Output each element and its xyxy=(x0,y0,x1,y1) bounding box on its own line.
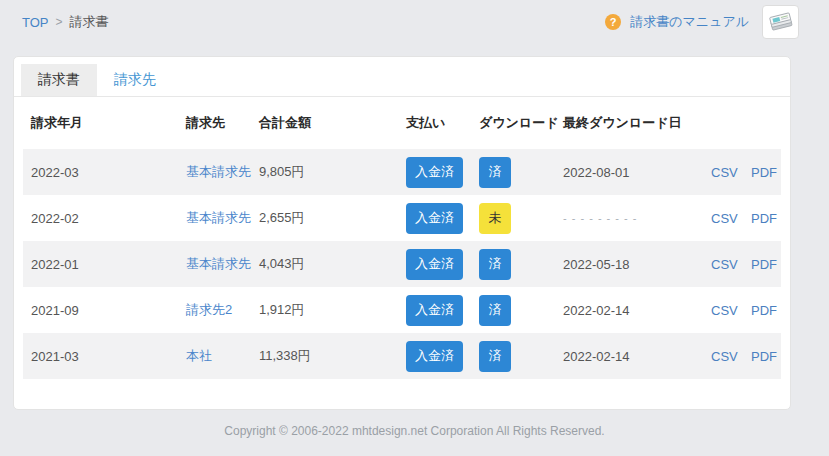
invoice-month: 2021-03 xyxy=(31,349,186,364)
header-last-download: 最終ダウンロード日 xyxy=(563,114,711,132)
breadcrumb-current: 請求書 xyxy=(70,13,109,31)
total-amount: 11,338円 xyxy=(259,347,406,365)
payment-status-button[interactable]: 入金済 xyxy=(406,249,463,280)
last-download-date: 2022-02-14 xyxy=(563,349,711,364)
topbar: TOP > 請求書 ? 請求書のマニュアル xyxy=(0,0,829,44)
csv-link[interactable]: CSV xyxy=(711,303,738,318)
manual-link[interactable]: 請求書のマニュアル xyxy=(630,13,749,31)
table-header-row: 請求年月 請求先 合計金額 支払い ダウンロード 最終ダウンロード日 xyxy=(23,97,781,149)
csv-link[interactable]: CSV xyxy=(711,211,738,226)
invoice-month: 2022-02 xyxy=(31,211,186,226)
download-badge: 済 xyxy=(479,249,511,280)
csv-link[interactable]: CSV xyxy=(711,165,738,180)
table-row: 2021-09 請求先2 1,912円 入金済 済 2022-02-14 CSV… xyxy=(23,287,781,333)
topbar-right: ? 請求書のマニュアル xyxy=(605,5,799,39)
payment-status-button[interactable]: 入金済 xyxy=(406,203,463,234)
tab-invoices[interactable]: 請求書 xyxy=(21,64,97,96)
pdf-link[interactable]: PDF xyxy=(751,303,777,318)
header-download: ダウンロード xyxy=(479,114,563,132)
download-badge: 済 xyxy=(479,295,511,326)
csv-link[interactable]: CSV xyxy=(711,349,738,364)
billing-to-link[interactable]: 本社 xyxy=(186,348,212,363)
invoice-month: 2022-01 xyxy=(31,257,186,272)
last-download-date: 2022-02-14 xyxy=(563,303,711,318)
table-row: 2022-02 基本請求先 2,655円 入金済 未 - - - - - - -… xyxy=(23,195,781,241)
invoice-month: 2021-09 xyxy=(31,303,186,318)
pdf-link[interactable]: PDF xyxy=(751,165,777,180)
billing-to-link[interactable]: 基本請求先 xyxy=(186,164,251,179)
download-badge: 済 xyxy=(479,341,511,372)
table-row: 2021-03 本社 11,338円 入金済 済 2022-02-14 CSV … xyxy=(23,333,781,379)
csv-link[interactable]: CSV xyxy=(711,257,738,272)
tab-billing-destinations[interactable]: 請求先 xyxy=(97,64,173,96)
payment-status-button[interactable]: 入金済 xyxy=(406,295,463,326)
breadcrumb: TOP > 請求書 xyxy=(22,13,109,31)
last-download-date: 2022-05-18 xyxy=(563,257,711,272)
invoice-month: 2022-03 xyxy=(31,165,186,180)
payment-status-button[interactable]: 入金済 xyxy=(406,341,463,372)
help-icon[interactable]: ? xyxy=(605,14,621,30)
payment-status-button[interactable]: 入金済 xyxy=(406,157,463,188)
header-month: 請求年月 xyxy=(31,114,186,132)
table-row: 2022-01 基本請求先 4,043円 入金済 済 2022-05-18 CS… xyxy=(23,241,781,287)
breadcrumb-separator: > xyxy=(56,15,63,29)
header-billing-to: 請求先 xyxy=(186,114,259,132)
copyright-notice: Copyright © 2006-2022 mhtdesign.net Corp… xyxy=(0,424,829,438)
manual-button[interactable] xyxy=(762,5,799,39)
header-total: 合計金額 xyxy=(259,114,406,132)
tab-bar: 請求書 請求先 xyxy=(14,57,790,97)
download-badge: 未 xyxy=(479,203,511,234)
billing-to-link[interactable]: 基本請求先 xyxy=(186,256,251,271)
header-payment: 支払い xyxy=(406,114,479,132)
pdf-link[interactable]: PDF xyxy=(751,211,777,226)
total-amount: 1,912円 xyxy=(259,301,406,319)
total-amount: 2,655円 xyxy=(259,209,406,227)
billing-to-link[interactable]: 請求先2 xyxy=(186,302,232,317)
table-row: 2022-03 基本請求先 9,805円 入金済 済 2022-08-01 CS… xyxy=(23,149,781,195)
pdf-link[interactable]: PDF xyxy=(751,257,777,272)
total-amount: 9,805円 xyxy=(259,163,406,181)
breadcrumb-home-link[interactable]: TOP xyxy=(22,15,49,30)
pdf-link[interactable]: PDF xyxy=(751,349,777,364)
download-badge: 済 xyxy=(479,157,511,188)
newspaper-icon xyxy=(768,10,794,34)
last-download-date: 2022-08-01 xyxy=(563,165,711,180)
billing-to-link[interactable]: 基本請求先 xyxy=(186,210,251,225)
invoice-card: 請求書 請求先 請求年月 請求先 合計金額 支払い ダウンロード 最終ダウンロー… xyxy=(13,56,791,410)
last-download-date: - - - - - - - - - xyxy=(563,212,711,224)
total-amount: 4,043円 xyxy=(259,255,406,273)
invoice-table: 請求年月 請求先 合計金額 支払い ダウンロード 最終ダウンロード日 2022-… xyxy=(14,97,790,379)
